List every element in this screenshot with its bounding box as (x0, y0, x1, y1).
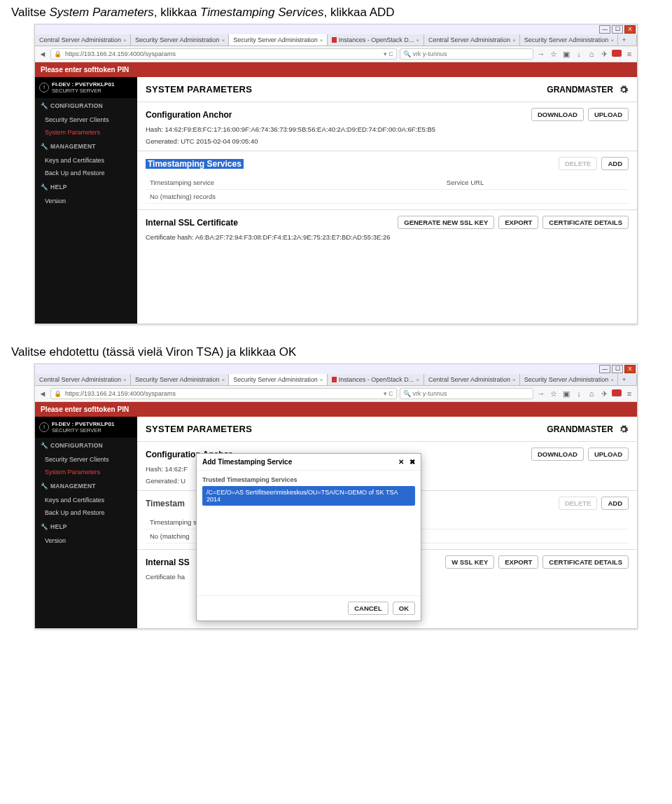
home-icon[interactable]: ⌂ (587, 50, 596, 58)
tab-1[interactable]: Security Server Administration× (131, 34, 229, 46)
close-button[interactable]: X (624, 25, 636, 34)
sidebar-item-system-parameters[interactable]: System Parameters (35, 466, 137, 478)
gear-icon[interactable] (619, 85, 629, 95)
generate-ssl-button[interactable]: GENERATE NEW SSL KEY (398, 216, 494, 229)
sidebar-section-management: 🔧 MANAGEMENT (35, 478, 137, 494)
sidebar-item-version[interactable]: Version (35, 534, 137, 547)
maximize-button[interactable]: ☐ (612, 25, 623, 34)
export-button[interactable]: EXPORT (498, 555, 538, 569)
ok-button[interactable]: OK (393, 602, 415, 615)
main-panel: SYSTEM PARAMETERS GRANDMASTER Configurat… (137, 77, 637, 324)
dialog-title: Add Timestamping Service (202, 458, 292, 466)
sidebar-item-version[interactable]: Version (35, 195, 137, 207)
cancel-button[interactable]: CANCEL (348, 602, 388, 615)
download-icon[interactable]: ↓ (574, 389, 584, 398)
sidebar-section-help: 🔧 HELP (35, 519, 137, 534)
menu-icon[interactable]: ≡ (624, 50, 634, 58)
sidebar-item-keys[interactable]: Keys and Certificates (35, 494, 137, 506)
tab-4[interactable]: Central Server Administration× (424, 34, 520, 46)
delete-button: DELETE (559, 497, 597, 510)
address-input[interactable]: 🔒 https://193.166.24.159:4000/sysparams … (50, 388, 397, 399)
search-input[interactable]: 🔍 vrk y-tunnus (400, 388, 533, 399)
back-icon[interactable]: ◄ (38, 50, 48, 58)
dialog-expand-icon[interactable]: ✕ (398, 458, 404, 466)
browser-tabs: Central Server Administration× Security … (35, 374, 637, 386)
new-tab-button[interactable]: + (618, 374, 637, 385)
tab-0[interactable]: Central Server Administration× (35, 374, 131, 385)
search-input[interactable]: 🔍 vrk y-tunnus (400, 48, 533, 60)
lock-icon: 🔒 (54, 390, 62, 397)
home-icon[interactable]: ⌂ (587, 389, 596, 398)
softtoken-notice: Please enter softtoken PIN (35, 402, 637, 417)
go-icon[interactable]: → (536, 50, 546, 58)
adblock-icon[interactable] (612, 50, 622, 58)
sidebar-item-clients[interactable]: Security Server Clients (35, 453, 137, 466)
download-button[interactable]: DOWNLOAD (531, 108, 584, 121)
maximize-button[interactable]: ☐ (612, 365, 623, 373)
tab-5[interactable]: Security Server Administration× (520, 374, 618, 385)
add-button[interactable]: ADD (601, 157, 629, 170)
download-icon[interactable]: ↓ (574, 50, 584, 58)
anchor-title: Configuration Anchor (146, 110, 232, 120)
tab-0[interactable]: Central Server Administration× (35, 34, 131, 46)
delete-button: DELETE (559, 157, 597, 170)
download-button[interactable]: DOWNLOAD (531, 448, 584, 461)
clipboard-icon[interactable]: ▣ (561, 389, 571, 398)
close-button[interactable]: X (624, 365, 636, 373)
star-icon[interactable]: ☆ (549, 50, 559, 59)
send-icon[interactable]: ✈ (599, 50, 609, 59)
tab-4[interactable]: Central Server Administration× (424, 374, 520, 385)
timestamping-title: Timestam (146, 499, 185, 508)
go-icon[interactable]: → (536, 389, 546, 398)
tab-5[interactable]: Security Server Administration× (520, 34, 618, 46)
generate-ssl-button[interactable]: W SSL KEY (445, 555, 494, 569)
star-icon[interactable]: ☆ (549, 389, 559, 398)
address-input[interactable]: 🔒 https://193.166.24.159:4000/sysparams … (50, 48, 397, 60)
sidebar-item-backup[interactable]: Back Up and Restore (35, 506, 137, 519)
add-timestamping-dialog: Add Timestamping Service ✕ ✖ Trusted Tim… (196, 453, 421, 621)
info-icon: ! (39, 83, 49, 92)
page-title: SYSTEM PARAMETERS (146, 424, 252, 434)
send-icon[interactable]: ✈ (599, 389, 609, 398)
sidebar-header: ! FI-DEV : PV6TVRKLP01 SECURITY SERVER (35, 77, 137, 98)
new-tab-button[interactable]: + (618, 34, 637, 46)
minimize-button[interactable]: — (599, 365, 610, 373)
tsa-option[interactable]: /C=EE/O=AS Sertifitseerimiskeskus/OU=TSA… (202, 486, 415, 506)
cert-details-button[interactable]: CERTIFICATE DETAILS (542, 555, 629, 569)
upload-button[interactable]: UPLOAD (588, 448, 629, 461)
sidebar-item-keys[interactable]: Keys and Certificates (35, 154, 137, 167)
sidebar-item-backup[interactable]: Back Up and Restore (35, 167, 137, 179)
openstack-icon (332, 377, 337, 382)
doc-instruction-1: Valitse System Parameters, klikkaa Times… (11, 6, 661, 20)
empty-row: No (matching) records (146, 190, 629, 204)
browser-tabs: Central Server Administration× Security … (35, 34, 637, 46)
sidebar-item-system-parameters[interactable]: System Parameters (35, 126, 137, 139)
lock-icon: 🔒 (54, 50, 62, 57)
sidebar-item-clients[interactable]: Security Server Clients (35, 113, 137, 126)
export-button[interactable]: EXPORT (498, 216, 538, 229)
gear-icon[interactable] (619, 424, 629, 434)
adblock-icon[interactable] (612, 389, 622, 398)
add-button[interactable]: ADD (601, 497, 629, 510)
back-icon[interactable]: ◄ (38, 389, 48, 398)
section-timestamping: Timestamping Services DELETE ADD Timesta… (137, 151, 637, 209)
tab-1[interactable]: Security Server Administration× (131, 374, 229, 385)
dialog-close-icon[interactable]: ✖ (410, 458, 415, 466)
ssl-title: Internal SSL Certificate (146, 218, 238, 228)
upload-button[interactable]: UPLOAD (588, 108, 629, 121)
menu-icon[interactable]: ≡ (624, 389, 634, 398)
tab-2[interactable]: Security Server Administration× (229, 374, 327, 385)
main-header: SYSTEM PARAMETERS GRANDMASTER (137, 77, 637, 102)
screenshot-2: — ☐ X Central Server Administration× Sec… (34, 363, 638, 629)
cert-details-button[interactable]: CERTIFICATE DETAILS (542, 216, 629, 229)
sidebar-section-management: 🔧 MANAGEMENT (35, 139, 137, 154)
url-bar: ◄ 🔒 https://193.166.24.159:4000/sysparam… (35, 46, 637, 62)
tab-3[interactable]: Instances - OpenStack D...× (328, 374, 424, 385)
minimize-button[interactable]: — (599, 25, 610, 34)
doc-instruction-2: Valitse ehdotettu (tässä vielä Viron TSA… (11, 345, 661, 359)
tab-2[interactable]: Security Server Administration× (229, 34, 327, 46)
sidebar-section-configuration: 🔧 CONFIGURATION (35, 438, 137, 453)
tab-3[interactable]: Instances - OpenStack D...× (328, 34, 424, 46)
clipboard-icon[interactable]: ▣ (561, 50, 571, 59)
softtoken-notice: Please enter softtoken PIN (35, 62, 637, 77)
